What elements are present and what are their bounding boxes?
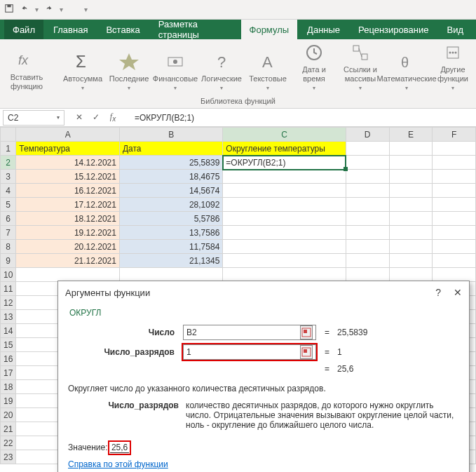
- cell[interactable]: 15.12.2021: [16, 170, 120, 184]
- tab-page-layout[interactable]: Разметка страницы: [150, 20, 240, 39]
- cell[interactable]: [433, 226, 476, 240]
- cell[interactable]: [433, 240, 476, 254]
- row-header[interactable]: 11: [1, 282, 16, 296]
- cell[interactable]: [389, 254, 433, 268]
- cell[interactable]: 25,5839: [119, 156, 222, 170]
- cell[interactable]: [433, 212, 476, 226]
- cell[interactable]: Округление температуры: [223, 142, 346, 156]
- cell[interactable]: [389, 240, 433, 254]
- cell[interactable]: 20.12.2021: [16, 240, 120, 254]
- range-selector-icon[interactable]: [300, 345, 313, 359]
- col-header-D[interactable]: D: [346, 128, 389, 142]
- tab-formulas[interactable]: Формулы: [241, 20, 298, 39]
- cell[interactable]: [433, 142, 476, 156]
- cell[interactable]: 16.12.2021: [16, 184, 120, 198]
- cell[interactable]: Дата: [119, 142, 222, 156]
- cell[interactable]: 17.12.2021: [16, 198, 120, 212]
- arg2-input[interactable]: 1: [183, 344, 316, 360]
- row-header[interactable]: 22: [1, 436, 16, 450]
- select-all-corner[interactable]: [1, 128, 16, 142]
- cell[interactable]: 19.12.2021: [16, 226, 120, 240]
- row-header[interactable]: 16: [1, 352, 16, 366]
- undo-icon[interactable]: [20, 4, 29, 15]
- cell[interactable]: [223, 184, 346, 198]
- text-button[interactable]: A Текстовые ▾: [247, 43, 289, 94]
- cell[interactable]: [223, 198, 346, 212]
- help-link[interactable]: Справка по этой функции: [68, 459, 459, 469]
- row-header[interactable]: 10: [1, 268, 16, 282]
- cell[interactable]: [346, 212, 389, 226]
- tab-home[interactable]: Главная: [45, 20, 96, 39]
- col-header-B[interactable]: B: [119, 128, 222, 142]
- col-header-E[interactable]: E: [389, 128, 433, 142]
- cell[interactable]: [433, 156, 476, 170]
- cell[interactable]: [346, 254, 389, 268]
- active-cell[interactable]: =ОКРУГЛ(B2;1): [223, 156, 346, 170]
- dropdown-icon[interactable]: ▾: [35, 6, 39, 13]
- recent-button[interactable]: Последние ▾: [108, 43, 150, 94]
- tab-review[interactable]: Рецензирование: [350, 20, 437, 39]
- row-header[interactable]: 8: [1, 240, 16, 254]
- autosum-button[interactable]: Σ Автосумма ▾: [62, 43, 104, 94]
- row-header[interactable]: 12: [1, 296, 16, 310]
- cell[interactable]: [346, 142, 389, 156]
- row-header[interactable]: 23: [1, 450, 16, 464]
- arg1-input[interactable]: B2: [183, 325, 316, 340]
- row-header[interactable]: 20: [1, 408, 16, 422]
- cell[interactable]: 14.12.2021: [16, 156, 120, 170]
- cell[interactable]: [433, 268, 476, 282]
- math-button[interactable]: θ Математические ▾: [386, 43, 428, 94]
- cell[interactable]: [346, 170, 389, 184]
- qat-customize-icon[interactable]: ▾: [84, 6, 88, 13]
- row-header[interactable]: 17: [1, 366, 16, 380]
- cell[interactable]: [389, 226, 433, 240]
- cell[interactable]: [346, 268, 389, 282]
- cell[interactable]: [346, 184, 389, 198]
- redo-icon[interactable]: [44, 4, 54, 15]
- help-icon[interactable]: ?: [435, 287, 441, 298]
- tab-view[interactable]: Вид: [438, 20, 472, 39]
- row-header[interactable]: 2: [1, 156, 16, 170]
- cell[interactable]: [389, 156, 433, 170]
- row-header[interactable]: 19: [1, 394, 16, 408]
- fx-icon[interactable]: fx: [108, 112, 118, 123]
- cell[interactable]: [346, 240, 389, 254]
- cell[interactable]: [223, 254, 346, 268]
- cell[interactable]: 21.12.2021: [16, 254, 120, 268]
- tab-file[interactable]: Файл: [4, 20, 43, 39]
- cell[interactable]: 28,1092: [119, 198, 222, 212]
- cell[interactable]: [389, 184, 433, 198]
- range-selector-icon[interactable]: [300, 325, 313, 339]
- col-header-F[interactable]: F: [433, 128, 476, 142]
- cell[interactable]: [346, 156, 389, 170]
- save-icon[interactable]: [4, 4, 14, 15]
- row-header[interactable]: 4: [1, 184, 16, 198]
- cell[interactable]: 21,1345: [119, 254, 222, 268]
- cell[interactable]: [389, 198, 433, 212]
- cell[interactable]: [433, 184, 476, 198]
- cell[interactable]: [223, 212, 346, 226]
- cell[interactable]: [433, 254, 476, 268]
- cell[interactable]: 13,7586: [119, 226, 222, 240]
- cell[interactable]: [389, 212, 433, 226]
- col-header-C[interactable]: C: [223, 128, 346, 142]
- chevron-down-icon[interactable]: ▾: [57, 114, 60, 121]
- row-header[interactable]: 1: [1, 142, 16, 156]
- name-box[interactable]: C2 ▾: [3, 110, 64, 126]
- cell[interactable]: [346, 198, 389, 212]
- tab-insert[interactable]: Вставка: [97, 20, 148, 39]
- cell[interactable]: [223, 240, 346, 254]
- cell[interactable]: 14,5674: [119, 184, 222, 198]
- row-header[interactable]: 3: [1, 170, 16, 184]
- cell[interactable]: [389, 142, 433, 156]
- row-header[interactable]: 6: [1, 212, 16, 226]
- row-header[interactable]: 21: [1, 422, 16, 436]
- formula-input[interactable]: =ОКРУГЛ(B2;1): [129, 113, 476, 123]
- cell[interactable]: [346, 226, 389, 240]
- cell[interactable]: [16, 268, 120, 282]
- cell[interactable]: [223, 268, 346, 282]
- cell[interactable]: [389, 268, 433, 282]
- cell[interactable]: 5,5786: [119, 212, 222, 226]
- cell[interactable]: [389, 170, 433, 184]
- datetime-button[interactable]: Дата и время ▾: [293, 43, 335, 94]
